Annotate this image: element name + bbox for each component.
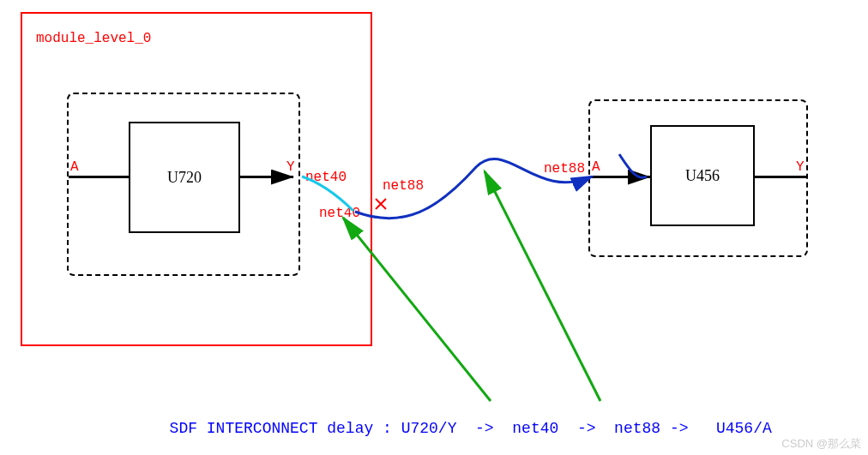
svg-line-3 [485,171,600,401]
caption-arr2: -> [558,420,614,437]
caption-prefix: SDF INTERCONNECT delay : [170,420,401,437]
watermark: CSDN @那么菜 [781,436,861,452]
caption-net40: net40 [512,420,558,437]
caption-from: U720/Y [401,420,457,437]
net40-top-label: net40 [305,170,347,185]
caption-to: U456/A [716,420,772,437]
left-cell-name: U720 [167,169,202,187]
left-pin-y: Y [286,159,295,175]
caption-arr1: -> [456,420,512,437]
right-pin-y: Y [796,159,805,175]
net40-bottom-label: net40 [319,206,360,221]
caption-arr3: -> [660,420,716,437]
dot-left-y [279,174,284,179]
right-cell-name: U456 [685,167,720,185]
left-pin-a: A [70,159,79,175]
caption: SDF INTERCONNECT delay : U720/Y -> net40… [151,403,772,437]
caption-net88: net88 [614,420,660,437]
net88-right-label: net88 [544,161,585,177]
right-pin-a: A [592,159,600,175]
right-cell: U456 [650,125,755,226]
right-wire-a [590,176,650,178]
left-wire-a [69,176,129,178]
module-label: module_level_0 [36,31,151,46]
left-wire-y [240,176,293,178]
net88-left-label: net88 [383,178,424,194]
right-wire-y [755,176,806,178]
left-cell: U720 [129,122,240,233]
